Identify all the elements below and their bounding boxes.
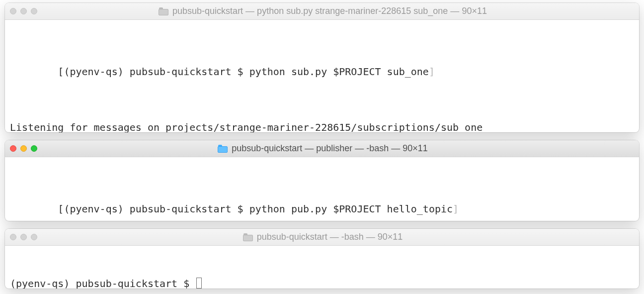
terminal-window-idle[interactable]: pubsub-quickstart — -bash — 90×11 (pyenv… xyxy=(5,229,639,289)
terminal-content[interactable]: [(pyenv-qs) pubsub-quickstart $ python p… xyxy=(5,157,639,221)
folder-icon xyxy=(218,145,228,153)
shell-command: python pub.py $PROJECT hello_topic xyxy=(249,203,453,215)
close-button[interactable] xyxy=(10,234,16,240)
terminal-content[interactable]: [(pyenv-qs) pubsub-quickstart $ python s… xyxy=(5,20,639,132)
zoom-button[interactable] xyxy=(31,145,37,152)
folder-icon xyxy=(159,7,168,15)
folder-icon xyxy=(243,233,253,241)
terminal-window-subscriber[interactable]: pubsub-quickstart — python sub.py strang… xyxy=(5,3,639,132)
titlebar[interactable]: pubsub-quickstart — publisher — -bash — … xyxy=(5,140,639,157)
traffic-lights xyxy=(10,234,37,240)
window-title: pubsub-quickstart — publisher — -bash — … xyxy=(232,143,428,154)
window-title: pubsub-quickstart — python sub.py strang… xyxy=(172,6,487,16)
shell-prompt: (pyenv-qs) pubsub-quickstart $ xyxy=(64,66,249,78)
traffic-lights xyxy=(10,8,37,14)
zoom-button[interactable] xyxy=(31,8,37,14)
shell-command: python sub.py $PROJECT sub_one xyxy=(249,66,429,78)
terminal-output-line: Listening for messages on projects/stran… xyxy=(10,120,634,132)
shell-prompt: (pyenv-qs) pubsub-quickstart $ xyxy=(64,203,249,215)
zoom-button[interactable] xyxy=(31,234,37,240)
minimize-button[interactable] xyxy=(20,234,27,240)
close-button[interactable] xyxy=(10,8,16,14)
close-button[interactable] xyxy=(10,145,16,152)
traffic-lights xyxy=(10,145,37,152)
terminal-content[interactable]: (pyenv-qs) pubsub-quickstart $ xyxy=(5,246,639,289)
terminal-window-publisher[interactable]: pubsub-quickstart — publisher — -bash — … xyxy=(5,140,639,221)
window-title: pubsub-quickstart — -bash — 90×11 xyxy=(257,232,403,242)
minimize-button[interactable] xyxy=(20,145,27,152)
titlebar[interactable]: pubsub-quickstart — -bash — 90×11 xyxy=(5,229,639,246)
titlebar[interactable]: pubsub-quickstart — python sub.py strang… xyxy=(5,3,639,20)
minimize-button[interactable] xyxy=(20,8,27,14)
cursor-icon xyxy=(196,278,202,289)
shell-prompt: (pyenv-qs) pubsub-quickstart $ xyxy=(10,278,195,289)
